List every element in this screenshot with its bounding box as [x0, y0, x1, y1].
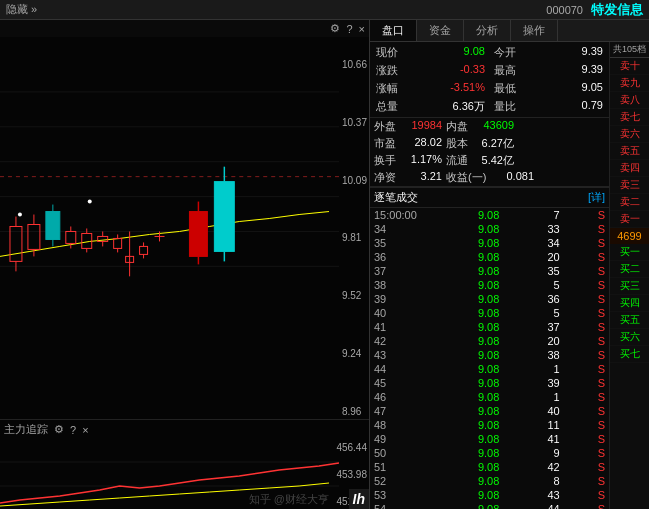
trans-price: 9.08 [459, 237, 499, 249]
total-holders: 共105档 [610, 42, 649, 58]
buy-4: 买四 [610, 295, 649, 312]
trans-type: S [590, 447, 605, 459]
svg-rect-16 [66, 231, 76, 243]
trans-vol: 9 [530, 447, 560, 459]
tab-pankou[interactable]: 盘口 [370, 20, 417, 41]
float-value: 5.42亿 [474, 153, 514, 168]
tab-fenxi[interactable]: 分析 [464, 20, 511, 41]
svg-rect-10 [28, 224, 40, 249]
trans-time: 51 [374, 461, 429, 473]
transaction-row: 50 9.08 9 S [370, 446, 609, 460]
bottom-close-icon[interactable]: × [82, 424, 88, 436]
transaction-row: 45 9.08 39 S [370, 376, 609, 390]
price-level-7: 8.96 [342, 406, 367, 417]
turnover-label: 换手 [374, 153, 402, 168]
main-info-content: 现价 9.08 今开 9.39 涨跌 -0.33 最高 9.39 [370, 42, 609, 509]
trans-time: 45 [374, 377, 429, 389]
right-panel: 盘口 资金 分析 操作 现价 9.08 今开 9.39 [370, 20, 649, 509]
trans-type: S [590, 363, 605, 375]
price-level-6: 9.24 [342, 348, 367, 359]
left-panel: ⚙ ? × 10.66 10.37 10.09 9.81 9.52 9.24 8… [0, 20, 370, 509]
stock-title: 000070 特发信息 [546, 1, 643, 19]
svg-rect-35 [214, 182, 234, 252]
volume-row: 总量 6.36万 [372, 98, 489, 115]
trans-vol: 8 [530, 475, 560, 487]
pe-value: 28.02 [402, 136, 442, 151]
price-level-5: 9.52 [342, 290, 367, 301]
trans-vol: 5 [530, 279, 560, 291]
svg-rect-7 [10, 226, 22, 261]
vol-ratio-row: 量比 0.79 [490, 98, 607, 115]
buy-2: 买二 [610, 261, 649, 278]
trans-type: S [590, 237, 605, 249]
price-level-3: 10.09 [342, 175, 367, 186]
price-level-1: 10.66 [342, 59, 367, 70]
hide-label[interactable]: 隐藏 » [6, 3, 37, 15]
close-icon[interactable]: × [359, 23, 365, 35]
trans-type: S [590, 405, 605, 417]
right-panel-content: 现价 9.08 今开 9.39 涨跌 -0.33 最高 9.39 [370, 42, 649, 509]
trans-vol: 5 [530, 307, 560, 319]
trans-vol: 39 [530, 377, 560, 389]
trans-price: 9.08 [459, 447, 499, 459]
transaction-detail[interactable]: [详] [588, 190, 605, 205]
trans-price: 9.08 [459, 307, 499, 319]
trans-time: 40 [374, 307, 429, 319]
trans-type: S [590, 433, 605, 445]
svg-rect-30 [140, 246, 148, 254]
sell-2: 卖二 [610, 194, 649, 211]
open-label: 今开 [494, 45, 516, 60]
trans-price: 9.08 [459, 503, 499, 509]
help-icon[interactable]: ? [346, 23, 352, 35]
svg-rect-13 [46, 212, 60, 240]
settings-icon[interactable]: ⚙ [330, 22, 340, 35]
tab-zijin[interactable]: 资金 [417, 20, 464, 41]
trans-price: 9.08 [459, 419, 499, 431]
hide-control[interactable]: 隐藏 » [6, 2, 37, 17]
trans-time: 36 [374, 251, 429, 263]
trans-time: 39 [374, 293, 429, 305]
sell-4: 卖四 [610, 160, 649, 177]
tab-caozuo[interactable]: 操作 [511, 20, 558, 41]
trans-vol: 35 [530, 265, 560, 277]
trans-vol: 42 [530, 461, 560, 473]
transaction-header: 逐笔成交 [详] [370, 187, 609, 208]
trans-type: S [590, 335, 605, 347]
trans-price: 9.08 [459, 209, 499, 221]
trans-price: 9.08 [459, 433, 499, 445]
chart-controls: ⚙ ? × [0, 20, 369, 37]
tabs: 盘口 资金 分析 操作 [370, 20, 649, 42]
trans-vol: 20 [530, 251, 560, 263]
trans-type: S [590, 223, 605, 235]
current-price-value: 9.08 [464, 45, 485, 60]
trans-price: 9.08 [459, 265, 499, 277]
trans-time: 48 [374, 419, 429, 431]
top-bar: 隐藏 » 000070 特发信息 [0, 0, 649, 20]
trans-time: 35 [374, 237, 429, 249]
transaction-list: 15:00:00 9.08 7 S 34 9.08 33 S 35 9.08 3… [370, 208, 609, 509]
trans-time: 52 [374, 475, 429, 487]
bottom-help-icon[interactable]: ? [70, 424, 76, 436]
transaction-row: 52 9.08 8 S [370, 474, 609, 488]
transaction-row: 37 9.08 35 S [370, 264, 609, 278]
open-value: 9.39 [582, 45, 603, 60]
trans-price: 9.08 [459, 279, 499, 291]
trans-type: S [590, 293, 605, 305]
trans-vol: 41 [530, 433, 560, 445]
bottom-chart: 主力追踪 ⚙ ? × 456.44 453.98 451.53 知乎 [0, 419, 369, 509]
stock-info-grid: 现价 9.08 今开 9.39 涨跌 -0.33 最高 9.39 [370, 42, 609, 117]
watermark: 知乎 @财经大亨 [249, 492, 329, 507]
sell-6: 卖六 [610, 126, 649, 143]
trans-vol: 1 [530, 363, 560, 375]
trans-time: 38 [374, 279, 429, 291]
bottom-settings-icon[interactable]: ⚙ [54, 423, 64, 436]
volume-value: 6.36万 [453, 99, 485, 114]
transaction-row: 51 9.08 42 S [370, 460, 609, 474]
turnover-value: 1.17% [402, 153, 442, 168]
pe-label: 市盈 [374, 136, 402, 151]
transaction-row: 48 9.08 11 S [370, 418, 609, 432]
trans-type: S [590, 279, 605, 291]
price-axis: 10.66 10.37 10.09 9.81 9.52 9.24 8.96 [342, 57, 367, 419]
trans-type: S [590, 251, 605, 263]
trans-vol: 34 [530, 237, 560, 249]
